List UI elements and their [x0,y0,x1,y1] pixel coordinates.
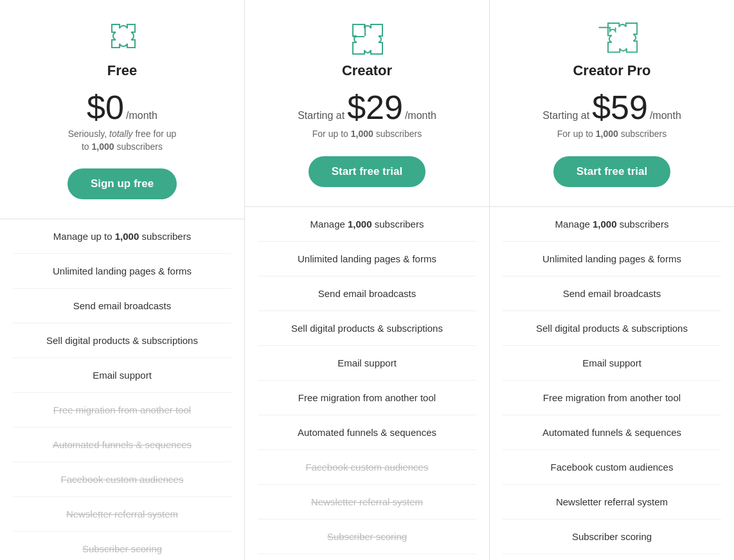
feature-item: Subscriber scoring [503,519,721,554]
feature-item: Unlimited landing pages & forms [13,254,231,289]
price-suffix-free: /month [126,110,157,122]
features-list-free: Manage up to 1,000 subscribersUnlimited … [0,219,244,560]
plan-btn-creator[interactable]: Start free trial [309,156,426,187]
feature-item: Facebook custom audiences [13,462,231,497]
price-amount-free: $0 [87,91,124,124]
feature-item: Manage up to 1,000 subscribers [13,219,231,254]
feature-item: Newsletter referral system [503,485,721,519]
pricing-container: Free$0/monthSeriously, totally free for … [0,0,734,560]
feature-item: Subscriber scoring [13,532,231,560]
feature-item: Newsletter referral system [258,485,476,519]
puzzle-icon-creator [348,19,386,55]
feature-item: Send email broadcasts [503,276,721,311]
plan-col-free: Free$0/monthSeriously, totally free for … [0,0,245,560]
feature-item: Sell digital products & subscriptions [13,323,231,358]
feature-item: Automated funnels & sequences [503,415,721,450]
plan-btn-free[interactable]: Sign up free [67,168,177,199]
price-suffix-creator-pro: /month [650,110,681,122]
feature-item: Advanced reporting [258,554,476,560]
price-amount-creator-pro: $59 [592,91,648,124]
plan-col-creator: CreatorStarting at $29/monthFor up to 1,… [245,0,490,560]
feature-item: Free migration from another tool [13,393,231,428]
plan-price-free: $0/month [87,91,157,124]
feature-item: Send email broadcasts [258,276,476,311]
feature-item: Manage 1,000 subscribers [258,207,476,242]
feature-item: Unlimited landing pages & forms [503,242,721,276]
feature-item: Unlimited landing pages & forms [258,242,476,276]
price-amount-creator: $29 [347,91,403,124]
feature-item: Facebook custom audiences [258,450,476,485]
feature-item: Free migration from another tool [258,381,476,415]
price-prefix-creator-pro: Starting at [542,110,589,122]
plan-btn-creator-pro[interactable]: Start free trial [553,156,671,187]
plan-price-creator: Starting at $29/month [298,91,436,124]
feature-item: Sell digital products & subscriptions [258,311,476,346]
feature-item: Email support [258,346,476,381]
feature-item: Facebook custom audiences [503,450,721,485]
feature-item: Send email broadcasts [13,289,231,323]
feature-item: Automated funnels & sequences [258,415,476,450]
feature-item: Email support [503,346,721,381]
feature-item: Advanced reporting [503,554,721,560]
price-note-creator-pro: For up to 1,000 subscribers [557,128,667,141]
feature-item: Automated funnels & sequences [13,428,231,462]
feature-item: Free migration from another tool [503,381,721,415]
plan-header-creator-pro: Creator ProStarting at $59/monthFor up t… [490,0,734,207]
plan-col-creator-pro: Creator ProStarting at $59/monthFor up t… [490,0,734,560]
plan-name-creator: Creator [342,62,392,79]
price-note-creator: For up to 1,000 subscribers [312,128,422,141]
plan-header-free: Free$0/monthSeriously, totally free for … [0,0,244,219]
feature-item: Manage 1,000 subscribers [503,207,721,242]
features-list-creator: Manage 1,000 subscribersUnlimited landin… [245,207,489,560]
feature-item: Newsletter referral system [13,497,231,532]
features-list-creator-pro: Manage 1,000 subscribersUnlimited landin… [490,207,734,560]
plan-name-creator-pro: Creator Pro [573,62,650,79]
price-note-free: Seriously, totally free for upto 1,000 s… [68,128,177,153]
plan-name-free: Free [107,62,137,79]
plan-header-creator: CreatorStarting at $29/monthFor up to 1,… [245,0,489,207]
puzzle-icon-free [103,19,141,55]
feature-item: Email support [13,358,231,393]
feature-item: Sell digital products & subscriptions [503,311,721,346]
feature-item: Subscriber scoring [258,519,476,554]
price-suffix-creator: /month [405,110,436,122]
plan-price-creator-pro: Starting at $59/month [542,91,681,124]
puzzle-icon-creator-pro [593,19,631,55]
price-prefix-creator: Starting at [298,110,345,122]
